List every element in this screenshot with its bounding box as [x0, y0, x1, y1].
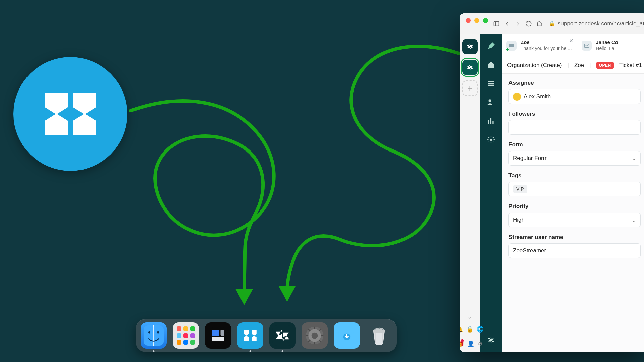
gear-small-icon[interactable]: ⚙	[478, 340, 483, 347]
nav-customers-icon[interactable]	[487, 98, 495, 107]
priority-value: High	[513, 217, 525, 223]
sidebar-toggle-icon[interactable]	[493, 19, 500, 28]
svg-rect-6	[212, 330, 219, 336]
crumb-user[interactable]: Zoe	[574, 62, 584, 69]
form-type-select[interactable]: Regular Form	[508, 151, 641, 166]
dock-trash-icon[interactable]	[366, 322, 392, 349]
dock-finder-icon[interactable]	[141, 322, 167, 349]
mail-avatar-icon	[582, 41, 592, 51]
svg-point-3	[148, 331, 150, 334]
zendesk-logo-icon	[486, 335, 496, 345]
assignee-value: Alex Smith	[524, 93, 551, 100]
window-traffic-lights	[466, 18, 488, 23]
person-icon[interactable]: 👤	[467, 340, 474, 347]
nav-reload-button[interactable]	[525, 19, 532, 28]
nav-reports-icon[interactable]	[487, 117, 495, 125]
tab-subtitle: Hello, I a	[596, 46, 618, 52]
crumb-organization[interactable]: Organization (Create)	[507, 62, 562, 69]
nav-forward-button[interactable]	[515, 19, 521, 28]
followers-label: Followers	[508, 111, 641, 117]
streamer-field[interactable]: ZoeStreamer	[508, 243, 641, 258]
nav-home-button[interactable]	[536, 19, 543, 28]
form-type-label: Form	[508, 141, 641, 148]
chat-avatar-icon	[506, 41, 517, 51]
ticket-panel: Zoe Thank you for your hel… ✕ Janae Co H…	[502, 34, 644, 352]
status-badge: OPEN	[596, 62, 614, 69]
globe-icon[interactable]: 🌐	[477, 326, 484, 333]
tab-subtitle: Thank you for your hel…	[521, 46, 572, 52]
rail-workspace-2-active[interactable]	[462, 60, 478, 75]
svg-marker-0	[235, 289, 253, 305]
ticket-form: Assignee Alex Smith Followers Form Regul…	[502, 74, 644, 352]
zendesk-nav	[480, 34, 502, 352]
presence-dot-icon	[506, 48, 509, 51]
svg-rect-16	[494, 21, 499, 26]
dock-wavebox-icon[interactable]	[237, 322, 263, 349]
tag-chip[interactable]: VIP	[513, 185, 527, 193]
browser-window: 🔒 support.zendesk.com/hc/article_attachm…	[460, 13, 644, 352]
tab-title: Zoe	[521, 39, 572, 46]
window-close-button[interactable]	[466, 18, 471, 23]
assignee-avatar-icon	[513, 93, 521, 101]
svg-marker-1	[278, 286, 296, 302]
window-minimize-button[interactable]	[474, 18, 479, 23]
assignee-field[interactable]: Alex Smith	[508, 89, 641, 104]
crumb-ticket[interactable]: Ticket #1	[619, 62, 642, 69]
svg-rect-10	[272, 325, 292, 346]
browser-toolbar: 🔒 support.zendesk.com/hc/article_attachm	[460, 13, 644, 34]
ticket-tab-1[interactable]: Zoe Thank you for your hel… ✕	[502, 34, 577, 57]
tags-field[interactable]: VIP	[508, 182, 641, 196]
priority-label: Priority	[508, 203, 641, 210]
nav-compose-icon[interactable]	[487, 42, 495, 50]
ticket-breadcrumbs: Organization (Create) | Zoe | OPEN Ticke…	[502, 57, 644, 74]
wavebox-logo-large	[13, 57, 127, 171]
bell-icon[interactable]: 🔔	[460, 326, 463, 333]
macos-dock	[136, 319, 397, 352]
address-bar[interactable]: 🔒 support.zendesk.com/hc/article_attachm	[547, 20, 644, 27]
wavebox-glyph-icon	[37, 80, 104, 147]
ticket-tabs: Zoe Thank you for your hel… ✕ Janae Co H…	[502, 34, 644, 57]
streamer-label: Streamer user name	[508, 234, 641, 241]
form-type-value: Regular Form	[513, 155, 548, 162]
rail-collapse-chevron-icon[interactable]: ⌄	[467, 313, 472, 320]
ticket-tab-2[interactable]: Janae Co Hello, I a	[577, 34, 644, 57]
nav-back-button[interactable]	[504, 19, 511, 28]
svg-point-18	[490, 139, 492, 141]
tags-label: Tags	[508, 172, 641, 179]
assignee-label: Assignee	[508, 80, 641, 86]
followers-field[interactable]	[508, 120, 641, 135]
tab-close-icon[interactable]: ✕	[569, 38, 573, 44]
address-url: support.zendesk.com/hc/article_attachm	[558, 20, 644, 27]
plus-icon: +	[467, 83, 472, 94]
dock-downloads-icon[interactable]	[334, 322, 360, 349]
nav-home-icon[interactable]	[487, 60, 495, 69]
svg-rect-8	[212, 337, 224, 341]
dock-mission-control-icon[interactable]	[205, 322, 231, 349]
svg-rect-7	[221, 330, 224, 336]
streamer-value: ZoeStreamer	[513, 247, 546, 254]
lock-icon: 🔒	[549, 21, 555, 27]
rail-workspace-1[interactable]	[462, 39, 478, 54]
lock-small-icon[interactable]: 🔒	[466, 326, 473, 333]
svg-point-13	[312, 333, 318, 339]
nav-admin-gear-icon[interactable]	[487, 135, 495, 144]
browser-content: + ⌄ 🔔 🔒 🌐 🎁 👤 ⚙	[460, 34, 644, 352]
rail-status-icons-2: 🎁 👤 ⚙	[460, 340, 483, 347]
window-zoom-button[interactable]	[483, 18, 488, 23]
tab-title: Janae Co	[596, 39, 618, 46]
dock-launchpad-icon[interactable]	[173, 322, 199, 349]
svg-point-17	[488, 99, 491, 102]
svg-rect-9	[240, 325, 260, 346]
dock-zendesk-icon[interactable]	[269, 322, 296, 349]
rail-add-workspace-button[interactable]: +	[462, 80, 478, 96]
priority-select[interactable]: High	[508, 213, 641, 227]
app-rail: + ⌄ 🔔 🔒 🌐 🎁 👤 ⚙	[460, 34, 480, 352]
svg-point-4	[157, 331, 159, 334]
dock-system-settings-icon[interactable]	[302, 322, 328, 349]
nav-views-icon[interactable]	[487, 79, 495, 88]
rail-status-icons: 🔔 🔒 🌐	[460, 326, 484, 333]
